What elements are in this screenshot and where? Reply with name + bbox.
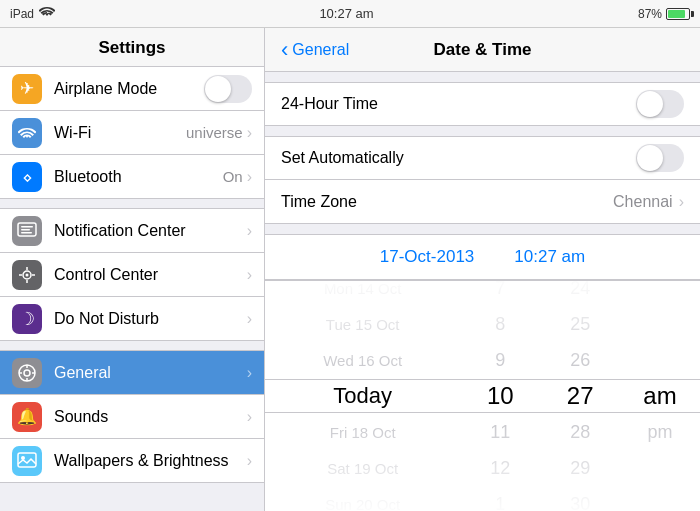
- sidebar-item-do-not-disturb[interactable]: ☽ Do Not Disturb ›: [0, 297, 264, 341]
- 24hour-toggle[interactable]: [636, 90, 684, 118]
- picker-hour-item-3: 10: [487, 379, 514, 413]
- timezone-value: Chennai: [613, 193, 673, 211]
- status-right: 87%: [638, 7, 690, 21]
- timezone-label: Time Zone: [281, 193, 613, 211]
- general-icon: [12, 358, 42, 388]
- sidebar-item-sounds[interactable]: 🔔 Sounds ›: [0, 395, 264, 439]
- date-time-display: 17-Oct-2013 10:27 am: [265, 247, 700, 267]
- picker-ampm-item-2: [643, 343, 676, 377]
- sidebar-item-wifi[interactable]: Wi-Fi universe ›: [0, 111, 264, 155]
- battery-percent: 87%: [638, 7, 662, 21]
- sidebar-item-general[interactable]: General ›: [0, 351, 264, 395]
- picker-hour-items: 7 8 9 10 11 12 1: [487, 281, 514, 511]
- picker-date-item-2: Wed 16 Oct: [323, 343, 402, 377]
- picker-minute-item-0: 24: [567, 281, 594, 305]
- picker-columns: Mon 14 Oct Tue 15 Oct Wed 16 Oct Today F…: [265, 281, 700, 511]
- picker-hour-item-0: 7: [487, 281, 514, 305]
- chevron-right-icon: ›: [247, 452, 252, 470]
- picker-hour-item-2: 9: [487, 343, 514, 377]
- status-bar: iPad 10:27 am 87%: [0, 0, 700, 28]
- picker-minute-item-3: 27: [567, 379, 594, 413]
- chevron-right-icon: ›: [247, 364, 252, 382]
- date-value: 17-Oct-2013: [380, 247, 475, 267]
- wallpapers-icon: [12, 446, 42, 476]
- bluetooth-value: On: [223, 168, 243, 185]
- set-auto-toggle[interactable]: [636, 144, 684, 172]
- settings-section-auto: Set Automatically Time Zone Chennai ›: [265, 136, 700, 224]
- sidebar-item-airplane-mode[interactable]: Airplane Mode: [0, 67, 264, 111]
- timezone-chevron-icon: ›: [679, 193, 684, 211]
- sidebar-item-label: Airplane Mode: [54, 80, 204, 98]
- picker-ampm-item-6: [643, 487, 676, 511]
- do-not-disturb-icon: ☽: [12, 304, 42, 334]
- picker-hour-item-6: 1: [487, 487, 514, 511]
- picker-minute-item-2: 26: [567, 343, 594, 377]
- chevron-right-icon: ›: [247, 310, 252, 328]
- picker-ampm-item-0: [643, 281, 676, 305]
- picker-minute-item-6: 30: [567, 487, 594, 511]
- picker-ampm-item-4: pm: [643, 415, 676, 449]
- picker-col-minute[interactable]: 24 25 26 27 28 29 30: [540, 281, 620, 511]
- chevron-right-icon: ›: [247, 222, 252, 240]
- picker-col-ampm[interactable]: am pm: [620, 281, 700, 511]
- svg-rect-2: [21, 229, 30, 231]
- sidebar-group-connectivity: Airplane Mode Wi-Fi: [0, 67, 264, 199]
- wifi-icon: [12, 118, 42, 148]
- picker-ampm-item-1: [643, 307, 676, 341]
- picker-hour-item-1: 8: [487, 307, 514, 341]
- status-time: 10:27 am: [319, 6, 373, 21]
- sidebar-item-label: Sounds: [54, 408, 247, 426]
- sidebar-item-label: Wi-Fi: [54, 124, 186, 142]
- content-header: ‹ General Date & Time: [265, 28, 700, 72]
- sidebar-item-label: Notification Center: [54, 222, 247, 240]
- settings-row-timezone[interactable]: Time Zone Chennai ›: [265, 180, 700, 224]
- sidebar-item-wallpapers[interactable]: Wallpapers & Brightness ›: [0, 439, 264, 483]
- picker-ampm-item-5: [643, 451, 676, 485]
- picker-minute-item-5: 29: [567, 451, 594, 485]
- sidebar-item-label: Bluetooth: [54, 168, 223, 186]
- sidebar-item-label: Control Center: [54, 266, 247, 284]
- time-value: 10:27 am: [514, 247, 585, 267]
- sidebar: Settings Airplane Mode: [0, 28, 265, 511]
- picker-minute-item-1: 25: [567, 307, 594, 341]
- picker-ampm-items: am pm: [643, 281, 676, 511]
- bluetooth-icon: ⬦: [12, 162, 42, 192]
- sidebar-title: Settings: [98, 38, 165, 57]
- settings-row-24hour[interactable]: 24-Hour Time: [265, 82, 700, 126]
- picker-col-date[interactable]: Mon 14 Oct Tue 15 Oct Wed 16 Oct Today F…: [265, 281, 460, 511]
- back-label: General: [292, 41, 349, 59]
- sidebar-item-label: General: [54, 364, 247, 382]
- main-layout: Settings Airplane Mode: [0, 28, 700, 511]
- airplane-mode-icon: [12, 74, 42, 104]
- wifi-svg: [18, 126, 36, 140]
- airplane-mode-toggle[interactable]: [204, 75, 252, 103]
- sidebar-item-notification-center[interactable]: Notification Center ›: [0, 209, 264, 253]
- picker-date-item-3: Today: [323, 379, 402, 413]
- chevron-right-icon: ›: [247, 266, 252, 284]
- sidebar-item-bluetooth[interactable]: ⬦ Bluetooth On ›: [0, 155, 264, 199]
- picker-ampm-item-3: am: [643, 379, 676, 413]
- svg-point-11: [24, 370, 30, 376]
- sidebar-group-notifications: Notification Center › Co: [0, 209, 264, 341]
- control-center-icon: [12, 260, 42, 290]
- settings-section-datetime: 24-Hour Time: [265, 82, 700, 126]
- back-button[interactable]: ‹ General: [281, 39, 349, 61]
- svg-rect-16: [18, 453, 36, 467]
- notification-center-icon: [12, 216, 42, 246]
- battery-icon: [666, 8, 690, 20]
- content-title: Date & Time: [434, 40, 532, 60]
- svg-rect-3: [21, 232, 32, 234]
- sidebar-item-label: Do Not Disturb: [54, 310, 247, 328]
- svg-rect-1: [21, 226, 33, 228]
- sidebar-item-control-center[interactable]: Control Center ›: [0, 253, 264, 297]
- sidebar-item-label: Wallpapers & Brightness: [54, 452, 247, 470]
- picker-date-item-6: Sun 20 Oct: [323, 487, 402, 511]
- sidebar-group-preferences: General › 🔔 Sounds ›: [0, 351, 264, 483]
- picker-date-item-5: Sat 19 Oct: [323, 451, 402, 485]
- settings-row-set-auto[interactable]: Set Automatically: [265, 136, 700, 180]
- date-picker[interactable]: Mon 14 Oct Tue 15 Oct Wed 16 Oct Today F…: [265, 280, 700, 511]
- picker-hour-item-5: 12: [487, 451, 514, 485]
- picker-col-hour[interactable]: 7 8 9 10 11 12 1: [460, 281, 540, 511]
- sidebar-list: Airplane Mode Wi-Fi: [0, 67, 264, 511]
- back-chevron-icon: ‹: [281, 39, 288, 61]
